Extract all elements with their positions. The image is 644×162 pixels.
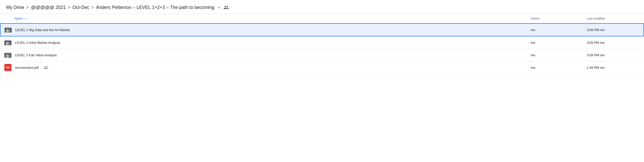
breadcrumb-2021[interactable]: @@@@@ 2021 <box>31 5 66 10</box>
table-row[interactable]: LEVEL 1 Big Data and the Art Marketme3:0… <box>0 23 644 36</box>
people-icon[interactable] <box>223 4 230 11</box>
modified-cell: 3:09 PM me <box>583 49 644 61</box>
svg-point-10 <box>8 42 9 44</box>
svg-rect-9 <box>6 44 8 45</box>
owner-cell: me <box>527 61 583 74</box>
breadcrumb-sep-3: > <box>91 5 94 10</box>
modified-cell: 1:49 PM me <box>583 61 644 74</box>
owner-cell: me <box>527 36 583 49</box>
file-name-cell: LEVEL 2 Artist Market Analysis <box>4 39 522 46</box>
svg-point-8 <box>6 42 8 44</box>
owner-cell: me <box>527 23 583 36</box>
breadcrumb-actions <box>217 4 230 11</box>
table-row[interactable]: LEVEL 3 Fair Value Analysisme3:09 PM me <box>0 49 644 61</box>
folder-shared-icon <box>4 51 11 59</box>
modified-cell: 3:09 PM me <box>583 23 644 36</box>
pdf-icon-badge: PDF <box>4 64 11 71</box>
file-name-cell: LEVEL 1 Big Data and the Art Market <box>5 26 522 33</box>
col-header-name[interactable]: Name <box>0 14 527 23</box>
sort-name-asc: Name <box>15 17 28 21</box>
svg-rect-15 <box>6 57 8 58</box>
breadcrumb-current[interactable]: Anders Petterson – LEVEL 1+2+3 – The pat… <box>96 5 214 10</box>
svg-point-2 <box>6 29 8 31</box>
breadcrumb-my-drive[interactable]: My Drive <box>6 5 24 10</box>
pdf-icon: PDF <box>4 64 11 71</box>
folder-shared-icon <box>4 39 11 46</box>
breadcrumb: My Drive > @@@@@ 2021 > Oct-Dec > Anders… <box>0 0 644 14</box>
breadcrumb-oct-dec[interactable]: Oct-Dec <box>72 5 89 10</box>
file-name-text: LEVEL 3 Fair Value Analysis <box>15 53 57 57</box>
file-name-text: LEVEL 2 Artist Market Analysis <box>15 41 60 45</box>
svg-point-16 <box>8 55 9 56</box>
svg-point-4 <box>8 30 10 31</box>
col-header-modified[interactable]: Last modified <box>583 14 644 23</box>
svg-rect-17 <box>8 56 10 57</box>
file-table: Name Owner Last modified LEVEL 1 Big Dat… <box>0 14 644 74</box>
svg-rect-5 <box>8 31 10 32</box>
file-name-cell: PDF#screenshot.pdf <box>4 64 522 71</box>
shared-badge-icon <box>44 65 48 70</box>
col-header-owner[interactable]: Owner <box>527 14 583 23</box>
svg-rect-3 <box>6 31 8 32</box>
breadcrumb-sep-1: > <box>26 5 29 10</box>
table-row[interactable]: LEVEL 2 Artist Market Analysisme3:09 PM … <box>0 36 644 49</box>
chevron-down-icon[interactable] <box>217 5 221 10</box>
breadcrumb-sep-2: > <box>68 5 71 10</box>
owner-cell: me <box>527 49 583 61</box>
file-name-text: LEVEL 1 Big Data and the Art Market <box>15 28 70 32</box>
file-name-cell: LEVEL 3 Fair Value Analysis <box>4 51 522 59</box>
modified-cell: 3:09 PM me <box>583 36 644 49</box>
table-row[interactable]: PDF#screenshot.pdf me1:49 PM me <box>0 61 644 74</box>
svg-point-14 <box>6 55 8 56</box>
svg-rect-11 <box>8 44 10 45</box>
folder-shared-icon <box>5 26 12 33</box>
file-name-text: #screenshot.pdf <box>15 66 39 70</box>
